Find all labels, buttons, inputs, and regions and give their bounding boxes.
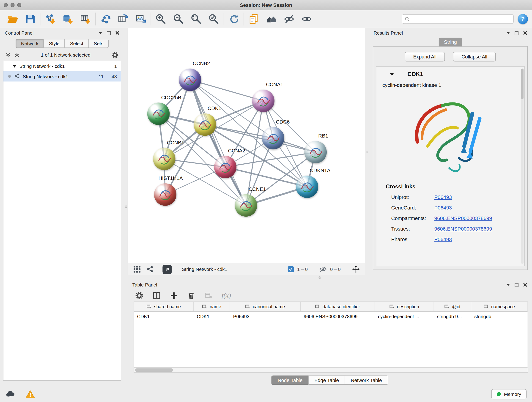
network-collection-row[interactable]: String Network - cdk1 1 — [3, 61, 121, 71]
tab-style[interactable]: Style — [44, 39, 65, 48]
network-node[interactable] — [154, 183, 177, 206]
zoom-in-button[interactable] — [155, 13, 167, 25]
home-button[interactable] — [266, 13, 277, 25]
show-all-button[interactable] — [301, 13, 312, 25]
pan-crosshair-icon[interactable] — [352, 265, 360, 273]
column-header[interactable]: shared name — [134, 302, 194, 311]
network-node[interactable] — [147, 102, 170, 125]
tree-caret-icon[interactable] — [13, 65, 16, 67]
traffic-light-minimize-button[interactable] — [11, 3, 15, 7]
zoom-fit-button[interactable] — [190, 13, 202, 25]
network-node[interactable] — [153, 148, 176, 170]
results-scrollbar[interactable] — [521, 69, 524, 264]
help-button[interactable]: ? — [518, 14, 528, 24]
import-table-from-file-button[interactable] — [80, 13, 91, 25]
network-node[interactable] — [214, 156, 236, 178]
network-canvas[interactable]: CCNB2CCNA1CDC25BCDK1CDC6RB1CCNB1CCNA2CDK… — [128, 28, 365, 263]
hide-selected-button[interactable] — [283, 13, 295, 25]
panel-menu-icon[interactable] — [99, 32, 102, 34]
add-column-icon[interactable] — [170, 291, 178, 300]
close-icon[interactable] — [115, 31, 120, 35]
open-in-browser-button[interactable] — [162, 265, 172, 274]
crosslink-link[interactable]: 9606.ENSP00000378699 — [434, 226, 492, 231]
collapse-all-icon[interactable] — [6, 52, 11, 58]
traffic-light-close-button[interactable] — [4, 3, 8, 7]
table-row[interactable]: CDK1 CDK1 P06493 9606.ENSP00000378699 cy… — [134, 312, 528, 321]
function-builder-button[interactable]: f(x) — [222, 292, 231, 300]
import-network-from-database-button[interactable] — [62, 13, 74, 25]
splitter-handle[interactable] — [319, 276, 321, 279]
column-header[interactable]: @id — [434, 302, 471, 311]
network-node[interactable] — [262, 127, 284, 149]
close-icon[interactable] — [523, 283, 527, 287]
search-field[interactable] — [402, 14, 514, 24]
search-input[interactable] — [412, 16, 511, 22]
network-node[interactable] — [296, 176, 318, 198]
zoom-selected-button[interactable] — [208, 13, 220, 25]
selected-checkbox-icon[interactable] — [288, 266, 294, 272]
gear-icon[interactable] — [112, 51, 119, 58]
column-header[interactable]: canonical name — [230, 302, 301, 311]
float-window-icon[interactable] — [107, 31, 111, 35]
crosslink-link[interactable]: P06493 — [434, 194, 452, 200]
tab-edge-table[interactable]: Edge Table — [308, 375, 345, 385]
horizontal-splitter[interactable] — [128, 275, 532, 280]
network-from-table-button[interactable] — [117, 13, 129, 25]
network-node[interactable] — [252, 89, 274, 112]
crosslink-link[interactable]: P06493 — [434, 236, 452, 242]
tab-sets[interactable]: Sets — [89, 39, 109, 48]
network-node[interactable] — [194, 114, 216, 136]
column-header[interactable]: description — [375, 302, 434, 311]
right-splitter[interactable] — [365, 28, 369, 275]
tab-select[interactable]: Select — [65, 39, 89, 48]
panel-menu-icon[interactable] — [507, 284, 510, 286]
new-network-button[interactable] — [100, 13, 111, 25]
column-header[interactable]: database identifier — [301, 302, 375, 311]
section-caret-icon[interactable] — [390, 73, 394, 76]
network-node[interactable] — [235, 194, 257, 217]
annotation-document-button[interactable] — [248, 13, 260, 25]
float-window-icon[interactable] — [515, 31, 519, 35]
crosslink-link[interactable]: 9606.ENSP00000378699 — [434, 215, 492, 221]
splitter-handle[interactable] — [125, 205, 127, 208]
open-session-button[interactable] — [7, 13, 18, 25]
birdseye-grid-icon[interactable] — [133, 265, 141, 273]
column-header[interactable]: name — [194, 302, 230, 311]
expand-all-icon[interactable] — [14, 52, 20, 58]
network-node[interactable] — [179, 69, 201, 91]
network-node[interactable] — [304, 141, 327, 163]
string-share-icon[interactable] — [146, 265, 154, 273]
crosslink-link[interactable]: P06493 — [434, 205, 452, 211]
control-panel: Control Panel Network Style Select Sets … — [0, 28, 124, 387]
results-tab-string[interactable]: String — [438, 38, 462, 46]
save-session-button[interactable] — [25, 13, 36, 25]
tab-network-table[interactable]: Network Table — [345, 375, 388, 385]
panel-menu-icon[interactable] — [507, 32, 510, 34]
collapse-all-button[interactable]: Collapse All — [453, 52, 496, 61]
hidden-eye-slash-icon[interactable] — [319, 265, 327, 273]
float-window-icon[interactable] — [515, 283, 519, 287]
zoom-out-icon — [173, 13, 184, 25]
tab-node-table[interactable]: Node Table — [272, 375, 309, 385]
crosslink-row: Tissues: 9606.ENSP00000378699 — [380, 223, 521, 234]
network-row[interactable]: String Network - cdk1 11 48 — [3, 71, 121, 81]
splitter-handle[interactable] — [366, 151, 368, 153]
import-network-from-file-button[interactable] — [44, 13, 56, 25]
delete-column-icon[interactable] — [187, 291, 196, 300]
tab-network[interactable]: Network — [16, 39, 44, 48]
refresh-button[interactable] — [228, 13, 239, 25]
table-settings-gear-icon[interactable] — [135, 291, 143, 300]
zoom-out-button[interactable] — [173, 13, 184, 25]
traffic-light-zoom-button[interactable] — [17, 3, 22, 7]
left-splitter[interactable] — [124, 28, 128, 387]
export-image-button[interactable] — [135, 13, 146, 25]
cloud-button[interactable] — [6, 390, 16, 399]
show-columns-icon[interactable] — [152, 291, 161, 300]
memory-button[interactable]: Memory — [491, 389, 526, 399]
close-icon[interactable] — [523, 31, 527, 35]
expand-all-button[interactable]: Expand All — [405, 52, 445, 61]
horizontal-scrollbar[interactable] — [134, 367, 528, 372]
column-header[interactable]: namespace — [471, 302, 528, 311]
warnings-button[interactable] — [25, 390, 35, 399]
scrollbar-thumb[interactable] — [135, 368, 173, 372]
